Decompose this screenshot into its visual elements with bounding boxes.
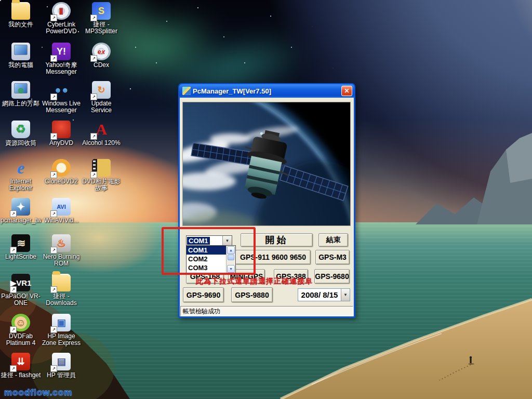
desktop-icon-powerdvd[interactable]: ↗ CyberLink PowerDVD: [41, 2, 82, 35]
desktop-icon-label: CyberLink PowerDVD: [41, 21, 82, 35]
desktop-icon-label: Update Service: [81, 100, 122, 114]
shortcut-arrow-icon: ↗: [10, 247, 17, 254]
my-computer-icon: [11, 43, 30, 60]
recycle-bin-icon: [11, 121, 30, 138]
shortcut-arrow-icon: ↗: [90, 15, 97, 21]
shortcut-arrow-icon: ↗: [10, 326, 17, 333]
shortcut-arrow-icon: ↗: [50, 55, 57, 62]
desktop-icon-anydvd[interactable]: ↗ AnyDVD: [41, 121, 82, 147]
desktop-icon-label: CloneDVD2: [45, 178, 77, 185]
desktop-icon-label: 網路上的芳鄰: [2, 100, 39, 107]
gps-9690-button[interactable]: GPS-9690: [183, 287, 224, 302]
desktop-icon-label: PaPaGO! VR-ONE: [1, 293, 41, 307]
desktop-icon-label: pcmanager_tw: [1, 217, 41, 224]
desktop-icon-dvd-story[interactable]: ↗ DVD相片電影故事: [81, 159, 122, 192]
desktop-icon-label: 捷徑 - MP3Splitter: [81, 21, 122, 35]
desktop-icon-label: 捷徑 - flashget: [1, 372, 41, 379]
desktop-icon-label: 我的文件: [8, 21, 33, 28]
shortcut-arrow-icon: ↗: [50, 210, 57, 217]
desktop: 我的文件 ↗ CyberLink PowerDVD ↗ 捷徑 - MP3Spli…: [0, 0, 532, 399]
close-icon: ✕: [344, 87, 349, 95]
satellite-image: [182, 102, 351, 226]
date-picker[interactable]: 2008/ 8/15 ▼: [298, 288, 350, 301]
status-bar: 帳號檢驗成功: [180, 306, 353, 316]
desktop-icon-internet-explorer[interactable]: Internet Explorer: [1, 159, 41, 192]
end-button[interactable]: 結束: [318, 233, 348, 247]
desktop-icon-label: Yahoo!奇摩 Messenger: [41, 62, 82, 75]
shortcut-arrow-icon: ↗: [50, 247, 57, 254]
desktop-icon-mp3splitter[interactable]: ↗ 捷徑 - MP3Splitter: [81, 2, 122, 35]
shortcut-arrow-icon: ↗: [90, 94, 97, 100]
shortcut-arrow-icon: ↗: [90, 55, 97, 62]
internet-explorer-icon: [11, 159, 30, 177]
shortcut-arrow-icon: ↗: [90, 133, 97, 140]
desktop-icon-clonedvd2[interactable]: ↗ CloneDVD2: [41, 159, 82, 185]
desktop-icon-update-service[interactable]: ↗ Update Service: [81, 81, 122, 114]
desktop-icon-label: 我的電腦: [8, 62, 33, 69]
desktop-icon-label: DVDFab Platinum 4: [1, 333, 41, 347]
shortcut-arrow-icon: ↗: [50, 133, 57, 140]
desktop-icon-label: WinAVIVid...: [44, 217, 78, 224]
shortcut-arrow-icon: ↗: [90, 171, 97, 178]
desktop-icon-label: 捷徑 - Downloads: [41, 293, 82, 307]
shortcut-arrow-icon: ↗: [10, 365, 17, 372]
desktop-icon-live-messenger[interactable]: ↗ Windows Live Messenger: [41, 81, 82, 114]
titlebar[interactable]: PcManager_TW[Ver7.50] ✕: [179, 84, 354, 98]
shortcut-arrow-icon: ↗: [50, 94, 57, 100]
desktop-icon-dvdfab[interactable]: ↗ DVDFab Platinum 4: [1, 314, 41, 347]
desktop-icon-pcmanager[interactable]: ↗ pcmanager_tw: [1, 198, 41, 224]
shortcut-arrow-icon: ↗: [50, 171, 57, 178]
gps-9680-button[interactable]: GPS-9680: [314, 269, 350, 284]
desktop-icon-winavi[interactable]: ↗ WinAVIVid...: [41, 198, 82, 224]
date-dropdown-icon[interactable]: ▼: [341, 289, 350, 301]
my-documents-icon: [11, 2, 30, 20]
desktop-icon-label: 資源回收筒: [5, 140, 36, 147]
desktop-icon-flashget[interactable]: ↗ 捷徑 - flashget: [1, 353, 41, 379]
desktop-icon-label: Nero Burning ROM: [41, 254, 82, 267]
shortcut-arrow-icon: ↗: [10, 286, 17, 293]
close-button[interactable]: ✕: [341, 86, 352, 96]
desktop-icon-alcohol[interactable]: ↗ Alcohol 120%: [81, 121, 122, 147]
desktop-icon-my-computer[interactable]: 我的電腦: [1, 43, 41, 69]
desktop-icon-label: Internet Explorer: [1, 178, 41, 192]
watermark: moodflow.com: [4, 388, 72, 398]
window-title: PcManager_TW[Ver7.50]: [193, 87, 341, 95]
desktop-icon-hp-manager[interactable]: ↗ HP 管理員: [41, 353, 82, 379]
desktop-icon-label: Alcohol 120%: [82, 140, 120, 147]
shortcut-arrow-icon: ↗: [50, 365, 57, 372]
desktop-icon-label: DVD相片電影故事: [81, 178, 122, 192]
shortcut-arrow-icon: ↗: [50, 15, 57, 21]
desktop-icon-label: LightScribe: [5, 254, 36, 260]
shortcut-arrow-icon: ↗: [50, 326, 57, 333]
desktop-icon-lightscribe[interactable]: ↗ LightScribe: [1, 234, 41, 260]
annotation-rectangle: [162, 227, 256, 275]
desktop-icon-recycle-bin[interactable]: 資源回收筒: [1, 121, 41, 147]
desktop-icon-label: Windows Live Messenger: [41, 100, 82, 114]
desktop-icon-cdex[interactable]: ↗ CDex: [81, 43, 122, 69]
desktop-icon-my-documents[interactable]: 我的文件: [1, 2, 41, 28]
network-places-icon: [11, 81, 30, 99]
desktop-icon-label: HP Image Zone Express: [41, 333, 82, 347]
desktop-icon-yahoo-messenger[interactable]: ↗ Yahoo!奇摩 Messenger: [41, 43, 82, 75]
desktop-icon-downloads[interactable]: ↗ 捷徑 - Downloads: [41, 274, 82, 307]
desktop-icon-hp-image-zone[interactable]: ↗ HP Image Zone Express: [41, 314, 82, 347]
desktop-icon-nero[interactable]: ↗ Nero Burning ROM: [41, 234, 82, 267]
desktop-icon-label: CDex: [94, 62, 109, 69]
gps-9880-button[interactable]: GPS-9880: [231, 287, 273, 302]
shortcut-arrow-icon: ↗: [10, 210, 17, 217]
date-value: 2008/ 8/15: [298, 290, 341, 299]
desktop-icon-label: HP 管理員: [47, 372, 76, 379]
desktop-icon-network-places[interactable]: 網路上的芳鄰: [1, 81, 41, 107]
gps-m3-button[interactable]: GPS-M3: [315, 250, 350, 264]
desktop-icon-papago[interactable]: ↗ PaPaGO! VR-ONE: [1, 274, 41, 307]
app-satellite-icon: [182, 87, 191, 95]
annotation-text: 此為下拉式選單請選擇正確連接阜: [196, 277, 313, 286]
shortcut-arrow-icon: ↗: [50, 286, 57, 293]
desktop-icon-label: AnyDVD: [49, 140, 73, 147]
